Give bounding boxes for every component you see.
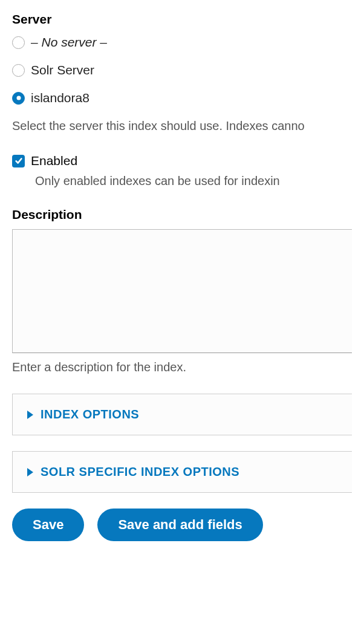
triangle-right-icon (27, 411, 33, 419)
button-row: Save Save and add fields (12, 509, 352, 541)
radio-label: – No server – (31, 35, 107, 50)
radio-label: Solr Server (31, 63, 94, 77)
enabled-checkbox[interactable]: Enabled (12, 154, 352, 168)
triangle-right-icon (27, 468, 33, 476)
enabled-label: Enabled (31, 154, 77, 168)
server-label: Server (12, 12, 352, 27)
server-option-no-server[interactable]: – No server – (12, 35, 352, 50)
description-label: Description (12, 207, 352, 222)
radio-icon (12, 92, 25, 105)
radio-icon (12, 36, 25, 49)
radio-label: islandora8 (31, 91, 89, 105)
enabled-help-text: Only enabled indexes can be used for ind… (35, 174, 352, 188)
collapsible-title: SOLR SPECIFIC INDEX OPTIONS (41, 465, 239, 479)
collapsible-solr-specific-index-options[interactable]: SOLR SPECIFIC INDEX OPTIONS (12, 451, 352, 493)
collapsible-title: INDEX OPTIONS (41, 408, 139, 421)
server-radio-group: – No server – Solr Server islandora8 (12, 35, 352, 105)
save-and-add-fields-button[interactable]: Save and add fields (97, 509, 262, 541)
server-help-text: Select the server this index should use.… (12, 117, 352, 134)
server-option-solr-server[interactable]: Solr Server (12, 63, 352, 77)
description-textarea[interactable] (12, 229, 352, 353)
save-button[interactable]: Save (12, 509, 84, 541)
description-help-text: Enter a description for the index. (12, 360, 352, 374)
radio-icon (12, 64, 25, 77)
collapsible-index-options[interactable]: INDEX OPTIONS (12, 394, 352, 435)
server-option-islandora8[interactable]: islandora8 (12, 91, 352, 105)
checkbox-checked-icon (12, 155, 25, 167)
